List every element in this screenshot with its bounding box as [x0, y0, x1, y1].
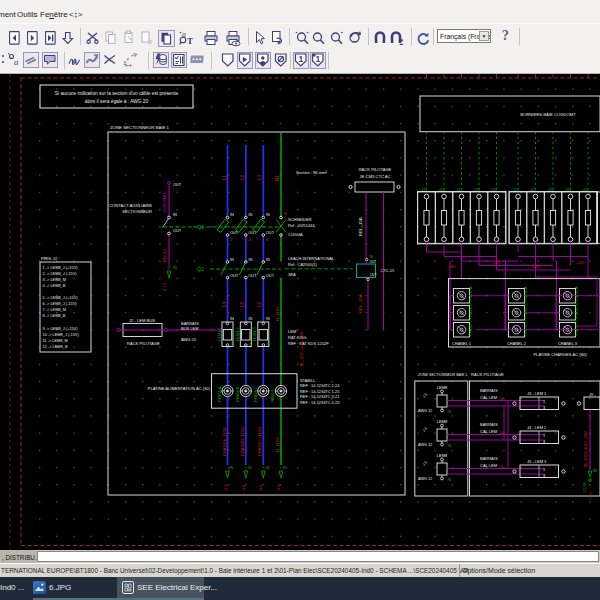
svg-text:3EA: 3EA — [288, 272, 296, 277]
svg-text:CTC.15: CTC.15 — [381, 268, 396, 273]
svg-text:RACK PILOTAGE: RACK PILOTAGE — [359, 167, 392, 172]
svg-text:12 -> LEM8_B: 12 -> LEM8_B — [43, 344, 68, 349]
svg-text:-LEM-L2: -LEM-L2 — [236, 327, 240, 342]
svg-text:Ref : CA2500(1): Ref : CA2500(1) — [288, 262, 318, 267]
svg-text:L5: L5 — [240, 301, 245, 307]
svg-text:6-6: 6-6 — [242, 485, 246, 491]
svg-text:L4: L4 — [222, 301, 227, 307]
svg-text:a: a — [14, 57, 19, 67]
svg-text:OUT: OUT — [173, 182, 182, 187]
svg-text:-LEM-L3: -LEM-L3 — [253, 327, 257, 342]
svg-text:CHANEL 3: CHANEL 3 — [558, 341, 577, 346]
svg-text:6-6: 6-6 — [259, 485, 263, 491]
svg-text:6-6: 6-6 — [224, 485, 228, 491]
svg-text:JB_1026-1027_28V: JB_1026-1027_28V — [583, 431, 588, 468]
svg-text:N1: N1 — [275, 175, 280, 181]
svg-text:JE-CM3 CTC AC: JE-CM3 CTC AC — [360, 174, 391, 179]
svg-text:IN: IN — [249, 343, 253, 347]
svg-text:CUGGA: CUGGA — [288, 232, 303, 237]
svg-text:-J22: -J22 — [547, 188, 554, 192]
svg-text:REF : 14-1234TC 4-23: REF : 14-1234TC 4-23 — [300, 400, 339, 405]
svg-text:PHASE A: PHASE A — [575, 286, 579, 302]
svg-text:JB_1025-1026_28V: JB_1025-1026_28V — [299, 331, 304, 367]
svg-text:T: T — [187, 36, 193, 46]
svg-text:-J16: -J16 — [438, 188, 445, 192]
svg-text:-J21: -J21 — [529, 188, 536, 192]
svg-text:-J23: -J23 — [564, 188, 571, 192]
svg-text:PLATINE ALIMENTATION AC (30): PLATINE ALIMENTATION AC (30) — [148, 386, 211, 391]
svg-text:AWG 12: AWG 12 — [418, 409, 432, 413]
svg-text:IN: IN — [230, 465, 234, 470]
svg-text:-PH456 C: -PH456 C — [254, 386, 258, 403]
svg-text:1: 1 — [298, 54, 303, 64]
svg-text:STABILI: STABILI — [300, 378, 314, 383]
svg-text:PHASE A: PHASE A — [469, 286, 473, 302]
svg-text:3: 3 — [543, 406, 545, 410]
svg-text:-J18: -J18 — [473, 188, 480, 192]
svg-text:OUT: OUT — [266, 273, 275, 278]
svg-text:1: 1 — [543, 468, 545, 472]
svg-text:J5 - LEM 3: J5 - LEM 3 — [527, 459, 547, 464]
svg-text:1: 1 — [543, 400, 545, 404]
svg-text:AWG 12: AWG 12 — [418, 443, 432, 447]
svg-text:-J24: -J24 — [582, 188, 589, 192]
svg-text:OUT: OUT — [370, 260, 377, 264]
svg-text:OUT: OUT — [230, 273, 239, 278]
svg-text:-J19: -J19 — [490, 188, 497, 192]
svg-text:IN: IN — [230, 316, 234, 321]
svg-text:REL_15A: REL_15A — [358, 294, 363, 313]
svg-text:PHASE C: PHASE C — [524, 320, 528, 336]
svg-text:LEM8: LEM8 — [437, 453, 448, 458]
svg-text:8 -> LEM8_B: 8 -> LEM8_B — [43, 313, 66, 318]
svg-text:1: 1 — [315, 54, 320, 64]
svg-text:IN: IN — [173, 265, 177, 270]
svg-text:-PH456 A: -PH456 A — [218, 386, 222, 403]
svg-text:RD_14: RD_14 — [162, 248, 167, 262]
svg-text:PHASE B: PHASE B — [469, 303, 473, 319]
svg-text:IN: IN — [283, 465, 287, 470]
svg-text:IN: IN — [265, 465, 269, 470]
svg-text:J2 - LEM BUS: J2 - LEM BUS — [129, 318, 155, 323]
svg-text:BARRAIS: BARRAIS — [480, 456, 498, 461]
svg-text:PHASE B: PHASE B — [524, 303, 528, 319]
svg-text:IN: IN — [370, 255, 374, 259]
svg-text:ZONE SECTIONNEUR BAIE 1: ZONE SECTIONNEUR BAIE 1 — [418, 373, 467, 377]
svg-text:6-6: 6-6 — [277, 485, 281, 491]
svg-text:PHASER_115V: PHASER_115V — [240, 427, 245, 456]
svg-text:7 -> LEM8_M: 7 -> LEM8_M — [43, 307, 66, 312]
svg-text:BARRAIS: BARRAIS — [181, 321, 199, 326]
svg-text:L6: L6 — [257, 301, 262, 307]
svg-text:L2: L2 — [240, 174, 245, 180]
svg-text:PHASE B: PHASE B — [575, 303, 579, 319]
svg-text:IN: IN — [448, 478, 452, 482]
svg-text:REF : 14-1234TC 2-24: REF : 14-1234TC 2-24 — [300, 383, 340, 388]
svg-text:IN: IN — [248, 257, 252, 262]
svg-text:REL_15B: REL_15B — [358, 217, 363, 236]
svg-text:BORNIERS BAIE COGDOMT: BORNIERS BAIE COGDOMT — [520, 112, 576, 117]
svg-text:SCHNEIDER: SCHNEIDER — [288, 217, 312, 222]
svg-text:J3 - LEM 1: J3 - LEM 1 — [527, 391, 547, 396]
svg-text:3: 3 — [543, 440, 545, 444]
svg-text:Si aucune indication sur la se: Si aucune indication sur la section d'un… — [55, 91, 179, 96]
svg-text:OUT: OUT — [266, 230, 275, 235]
svg-text:N: N — [284, 211, 287, 216]
svg-text:CAL LEM: CAL LEM — [480, 395, 497, 400]
svg-text:+1B5: +1B5 — [576, 261, 585, 265]
svg-text:6 -> LEM8_J (-15V): 6 -> LEM8_J (-15V) — [43, 301, 78, 306]
svg-text:IN: IN — [448, 410, 452, 414]
svg-text:1: 1 — [543, 434, 545, 438]
svg-text:PLATINE CHARGES AC (S6): PLATINE CHARGES AC (S6) — [533, 352, 587, 357]
svg-text:AWG 12: AWG 12 — [418, 477, 432, 481]
svg-text:IN: IN — [230, 257, 234, 262]
svg-text:10 -> LEM8_J (-15V): 10 -> LEM8_J (-15V) — [43, 332, 80, 337]
svg-text:3 -> LEM8_M: 3 -> LEM8_M — [43, 277, 66, 282]
svg-text:CHANEL 1: CHANEL 1 — [452, 341, 471, 346]
svg-text:RACK PILOTAGE: RACK PILOTAGE — [127, 341, 160, 346]
svg-text:-J15: -J15 — [420, 188, 427, 192]
svg-text:IN: IN — [248, 465, 252, 470]
svg-text:ZONE SECTIONNEUR BAIE 1: ZONE SECTIONNEUR BAIE 1 — [110, 125, 170, 130]
svg-text:OUT: OUT — [248, 273, 257, 278]
svg-text:SECTIONNEUR: SECTIONNEUR — [122, 209, 152, 214]
svg-text:a: a — [148, 37, 152, 46]
svg-text:+1B5: +1B5 — [492, 261, 501, 265]
